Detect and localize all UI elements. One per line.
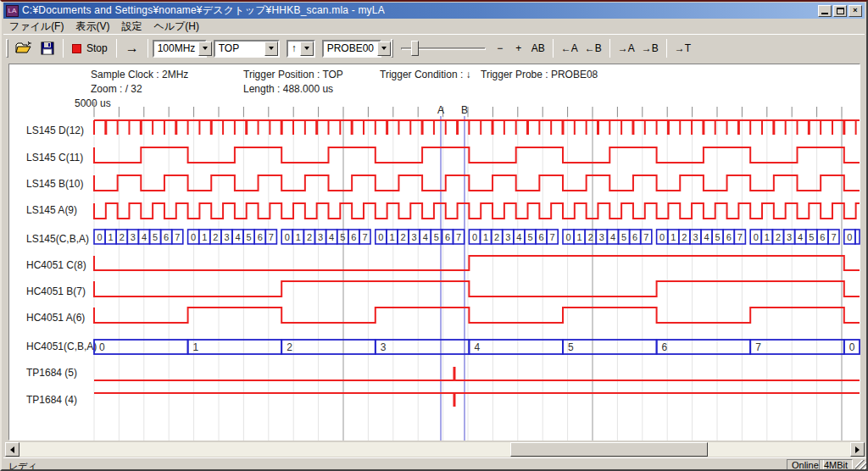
app-icon[interactable]: LA xyxy=(6,5,19,17)
svg-text:B: B xyxy=(461,104,468,116)
minimize-button[interactable] xyxy=(818,5,832,17)
marker-a-left-button[interactable]: ←A xyxy=(558,38,581,58)
svg-text:5: 5 xyxy=(527,232,532,242)
svg-text:3: 3 xyxy=(381,341,387,353)
toolbar-grip[interactable] xyxy=(391,39,393,58)
toolbar-grip[interactable] xyxy=(6,39,8,58)
sample-clock-combo[interactable]: 100MHz xyxy=(153,40,207,58)
svg-text:7: 7 xyxy=(269,232,274,242)
svg-text:6: 6 xyxy=(538,232,543,242)
trigger-position-combo[interactable]: TOP xyxy=(214,40,280,58)
status-ready-text: レディ xyxy=(8,460,37,471)
arrow-right-icon xyxy=(855,446,860,453)
svg-text:3: 3 xyxy=(131,232,136,242)
svg-text:0: 0 xyxy=(659,232,665,242)
run-button[interactable]: → xyxy=(121,38,143,58)
close-button[interactable]: × xyxy=(849,5,862,17)
menu-bar: ファイル(F) 表示(V) 設定 ヘルプ(H) xyxy=(3,19,865,34)
svg-text:6: 6 xyxy=(258,232,263,242)
sample-clock-value: 100MHz xyxy=(154,42,199,54)
svg-text:1: 1 xyxy=(202,232,207,242)
svg-text:A: A xyxy=(437,104,444,116)
zoom-slider[interactable] xyxy=(401,39,486,58)
svg-text:4: 4 xyxy=(329,232,334,242)
menu-help[interactable]: ヘルプ(H) xyxy=(147,19,205,35)
arrow-left-icon xyxy=(10,446,14,453)
svg-text:0: 0 xyxy=(565,232,570,242)
svg-text:2: 2 xyxy=(588,232,593,242)
menu-file[interactable]: ファイル(F) xyxy=(3,19,70,35)
toolbar-separator xyxy=(666,39,667,58)
scrollbar-thumb[interactable] xyxy=(510,442,708,457)
resize-grip[interactable] xyxy=(855,460,866,471)
svg-text:4: 4 xyxy=(142,232,147,242)
goto-trigger-button[interactable]: →T xyxy=(671,38,694,58)
svg-text:2: 2 xyxy=(682,232,687,242)
maximize-button[interactable] xyxy=(833,5,847,17)
svg-text:7: 7 xyxy=(755,341,761,353)
chevron-down-icon[interactable] xyxy=(300,42,314,56)
trigger-position-value: TOP xyxy=(215,42,264,54)
svg-text:3: 3 xyxy=(505,232,510,242)
svg-text:5: 5 xyxy=(715,232,721,242)
title-bar[interactable]: LA C:¥Documents and Settings¥noname¥デスクト… xyxy=(3,3,865,19)
chevron-down-icon[interactable] xyxy=(264,42,278,56)
svg-text:2: 2 xyxy=(213,232,218,242)
svg-text:3: 3 xyxy=(693,232,698,242)
svg-text:7: 7 xyxy=(643,232,648,242)
svg-text:0: 0 xyxy=(378,232,383,242)
stop-label: Stop xyxy=(86,42,108,54)
svg-text:5: 5 xyxy=(809,232,814,242)
chevron-down-icon[interactable] xyxy=(377,42,391,56)
svg-text:5: 5 xyxy=(247,232,252,242)
stop-button[interactable]: Stop xyxy=(68,38,112,58)
svg-text:4: 4 xyxy=(235,232,240,242)
svg-text:6: 6 xyxy=(632,232,637,242)
svg-text:3: 3 xyxy=(599,232,604,242)
toolbar-separator xyxy=(116,39,117,58)
slider-thumb[interactable] xyxy=(411,41,419,56)
svg-text:7: 7 xyxy=(175,232,180,242)
svg-text:2: 2 xyxy=(287,341,292,353)
svg-text:6: 6 xyxy=(662,341,668,353)
zoom-out-button[interactable]: − xyxy=(491,38,509,58)
svg-text:6: 6 xyxy=(164,232,169,242)
zoom-in-button[interactable]: + xyxy=(509,38,528,58)
svg-text:0: 0 xyxy=(285,232,290,242)
stop-icon xyxy=(72,44,81,53)
svg-text:0: 0 xyxy=(754,232,759,242)
svg-text:3: 3 xyxy=(224,232,229,242)
trigger-edge-combo[interactable]: ↑ xyxy=(287,40,315,58)
svg-text:0: 0 xyxy=(847,232,852,242)
svg-text:6: 6 xyxy=(351,232,356,242)
goto-marker-a-button[interactable]: →A xyxy=(615,38,638,58)
chevron-down-icon[interactable] xyxy=(198,42,212,56)
waveform-plot[interactable]: AB01234567012345670123456701234567012345… xyxy=(9,64,861,441)
trigger-probe-combo[interactable]: PROBE00 xyxy=(322,40,381,58)
svg-text:7: 7 xyxy=(550,232,555,242)
marker-b-left-button[interactable]: ←B xyxy=(581,38,605,58)
scroll-left-button[interactable] xyxy=(5,442,19,457)
scroll-right-button[interactable] xyxy=(850,442,865,457)
horizontal-scrollbar[interactable] xyxy=(5,442,865,457)
svg-text:0: 0 xyxy=(97,232,102,242)
svg-text:2: 2 xyxy=(776,232,781,242)
status-memory-pane: 4MBit xyxy=(819,459,853,471)
goto-marker-b-button[interactable]: →B xyxy=(638,38,662,58)
menu-view[interactable]: 表示(V) xyxy=(70,19,115,35)
svg-text:4: 4 xyxy=(798,232,803,242)
svg-text:3: 3 xyxy=(318,232,323,242)
svg-text:0: 0 xyxy=(472,232,477,242)
trigger-probe-value: PROBE00 xyxy=(324,42,377,54)
app-window: LA C:¥Documents and Settings¥noname¥デスクト… xyxy=(0,0,868,471)
save-button[interactable] xyxy=(36,38,58,58)
menu-settings[interactable]: 設定 xyxy=(115,19,147,35)
svg-text:2: 2 xyxy=(400,232,405,242)
run-arrow-icon: → xyxy=(125,41,139,56)
ab-span-button[interactable]: AB xyxy=(528,38,548,58)
svg-text:5: 5 xyxy=(153,232,158,242)
open-folder-icon xyxy=(15,42,32,55)
open-file-button[interactable] xyxy=(11,38,36,58)
svg-text:1: 1 xyxy=(108,232,114,242)
waveform-panel: Sample Clock : 2MHz Trigger Position : T… xyxy=(8,64,860,441)
